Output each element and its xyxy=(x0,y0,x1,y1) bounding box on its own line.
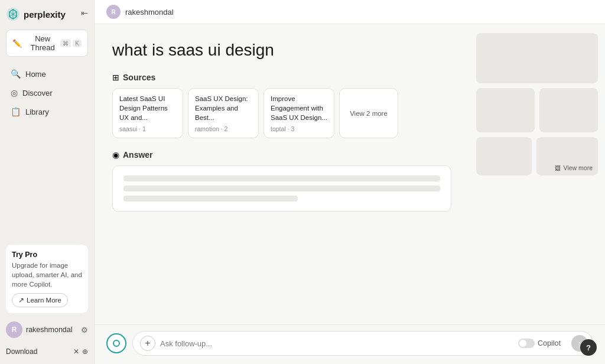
image-placeholder-5: 🖼 View more xyxy=(536,137,598,176)
follow-up-input-container: + Copilot ↑ xyxy=(132,331,593,356)
sidebar-item-discover-label: Discover xyxy=(22,89,53,98)
gear-icon[interactable]: ⚙ xyxy=(81,326,88,334)
answer-content xyxy=(123,176,440,202)
bottom-bar: + Copilot ↑ xyxy=(95,324,605,364)
sidebar-item-library[interactable]: 📋 Library xyxy=(6,103,88,121)
answer-line-1 xyxy=(123,176,440,181)
source-2-title: SaaS UX Design: Examples and Best... xyxy=(195,94,252,122)
image-icon: 🖼 xyxy=(555,165,561,171)
cmd-key: ⌘ xyxy=(60,40,71,47)
view-more-label: View 2 more xyxy=(350,110,388,117)
logo-icon xyxy=(6,7,20,21)
image-placeholder-4 xyxy=(476,137,532,176)
query-title: what is saas ui design xyxy=(112,41,451,60)
try-pro-box: Try Pro Upgrade for image upload, smarte… xyxy=(6,245,88,313)
answer-header: ◉ Answer xyxy=(112,150,451,160)
download-row: Download ✕ ⊕ xyxy=(6,346,88,357)
image-placeholder-1 xyxy=(476,33,598,83)
discord-icon[interactable]: ⊕ xyxy=(82,347,88,356)
source-1-title: Latest SaaS UI Design Patterns UX and... xyxy=(119,94,176,122)
download-icons: ✕ ⊕ xyxy=(73,347,88,356)
sidebar-bottom: Try Pro Upgrade for image upload, smarte… xyxy=(6,245,88,357)
sidebar-item-home[interactable]: 🔍 Home xyxy=(6,65,88,83)
user-row: R rakeshmondal ⚙ xyxy=(6,319,88,340)
x-icon[interactable]: ✕ xyxy=(73,347,79,356)
library-icon: 📋 xyxy=(11,107,21,116)
answer-section: ◉ Answer xyxy=(112,150,451,212)
answer-icon: ◉ xyxy=(112,150,119,160)
avatar: R xyxy=(6,321,22,338)
logo: perplexity ⇤ xyxy=(6,7,88,21)
sources-title: Sources xyxy=(123,73,155,82)
pencil-icon: ✏️ xyxy=(12,39,22,48)
toggle-knob xyxy=(519,340,526,347)
right-panel: 🖼 View more xyxy=(469,24,605,324)
copilot-label: Copilot xyxy=(538,339,561,347)
view-more-images-label: View more xyxy=(564,164,593,171)
source-3-title: Improve Engagement with SaaS UX Design..… xyxy=(271,94,327,122)
copilot-toggle[interactable]: Copilot xyxy=(512,336,567,350)
top-bar: R rakeshmondal xyxy=(95,0,605,24)
top-bar-username: rakeshmondal xyxy=(125,8,174,17)
sources-grid: Latest SaaS UI Design Patterns UX and...… xyxy=(112,88,451,138)
sidebar-item-discover[interactable]: ◎ Discover xyxy=(6,84,88,102)
download-label: Download xyxy=(6,347,70,356)
try-pro-title: Try Pro xyxy=(12,251,82,259)
main-panel: what is saas ui design ⊞ Sources Latest … xyxy=(95,24,469,324)
help-button[interactable]: ? xyxy=(580,339,597,356)
sources-header: ⊞ Sources xyxy=(112,73,451,82)
record-indicator xyxy=(113,340,120,347)
image-row-2: 🖼 View more xyxy=(476,137,598,176)
top-bar-avatar: R xyxy=(106,5,121,19)
k-key: K xyxy=(73,40,82,47)
home-icon: 🔍 xyxy=(11,69,21,79)
collapse-sidebar-button[interactable]: ⇤ xyxy=(81,8,88,18)
source-3-meta: toptal · 3 xyxy=(271,125,327,132)
answer-box xyxy=(112,165,451,212)
try-pro-description: Upgrade for image upload, smarter AI, an… xyxy=(12,261,82,289)
new-thread-button[interactable]: ✏️ New Thread ⌘ K xyxy=(6,30,88,57)
logo-label: perplexity xyxy=(24,9,66,20)
sidebar-item-home-label: Home xyxy=(25,70,46,79)
record-button[interactable] xyxy=(106,333,126,353)
content-area: what is saas ui design ⊞ Sources Latest … xyxy=(95,24,605,324)
discover-icon: ◎ xyxy=(11,88,18,98)
sidebar: perplexity ⇤ ✏️ New Thread ⌘ K 🔍 Home ◎ … xyxy=(0,0,95,364)
main-content: R rakeshmondal what is saas ui design ⊞ … xyxy=(95,0,605,364)
add-attachment-button[interactable]: + xyxy=(140,336,155,351)
answer-line-2 xyxy=(123,186,440,191)
nav-list: 🔍 Home ◎ Discover 📋 Library xyxy=(6,65,88,245)
new-thread-shortcuts: ⌘ K xyxy=(60,40,82,47)
source-1-meta: saasui · 1 xyxy=(119,125,176,132)
view-more-images-button[interactable]: 🖼 View more xyxy=(552,163,595,173)
source-card-3[interactable]: Improve Engagement with SaaS UX Design..… xyxy=(264,88,334,138)
source-card-1[interactable]: Latest SaaS UI Design Patterns UX and...… xyxy=(112,88,183,138)
sources-icon: ⊞ xyxy=(112,73,119,82)
sources-section: ⊞ Sources Latest SaaS UI Design Patterns… xyxy=(112,73,451,138)
toggle-circle xyxy=(518,339,535,348)
answer-line-3 xyxy=(123,196,298,202)
image-placeholder-2 xyxy=(476,88,535,132)
new-thread-label: New Thread xyxy=(25,34,60,52)
answer-title: Answer xyxy=(123,150,153,160)
username-label: rakeshmondal xyxy=(26,326,77,334)
image-placeholder-3 xyxy=(539,88,598,132)
view-more-sources-button[interactable]: View 2 more xyxy=(339,88,398,138)
source-2-meta: ramotion · 2 xyxy=(195,125,252,132)
source-card-2[interactable]: SaaS UX Design: Examples and Best... ram… xyxy=(188,88,259,138)
image-row-1 xyxy=(476,88,598,132)
sidebar-item-library-label: Library xyxy=(25,108,49,116)
learn-more-label: Learn More xyxy=(27,297,61,304)
learn-more-button[interactable]: ↗ Learn More xyxy=(12,293,68,307)
follow-up-input[interactable] xyxy=(160,339,508,348)
arrow-icon: ↗ xyxy=(18,296,24,304)
